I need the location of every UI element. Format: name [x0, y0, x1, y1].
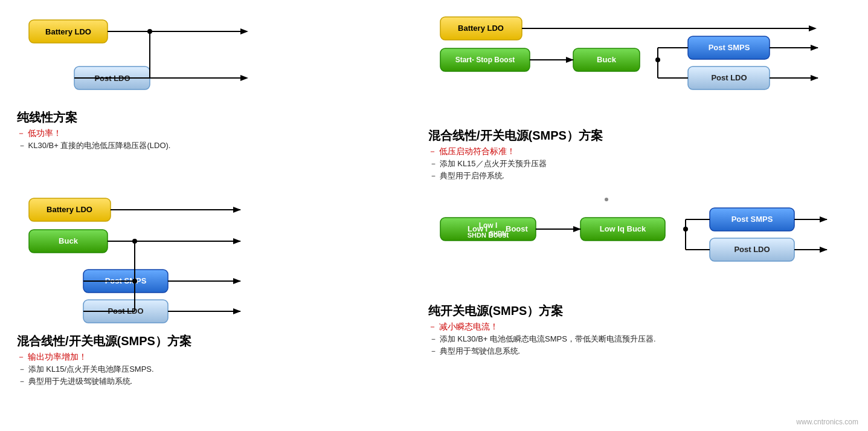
- svg-text:Post SMPS: Post SMPS: [731, 215, 773, 224]
- bullet-bl-2: － 典型用于先进级驾驶辅助系统.: [18, 376, 419, 387]
- quadrant-top-right: Battery LDO Start- Stop Boost Buck Post …: [423, 6, 856, 187]
- bullet-br-1: － 添加 KL30/B+ 电池低瞬态电流SMPS，带低关断电流预升压器.: [429, 334, 851, 345]
- svg-text:Battery LDO: Battery LDO: [458, 24, 504, 33]
- svg-marker-32: [811, 45, 818, 51]
- svg-text:Battery LDO: Battery LDO: [47, 205, 92, 214]
- svg-marker-71: [573, 226, 581, 232]
- svg-text:Post SMPS: Post SMPS: [709, 43, 750, 52]
- svg-marker-56: [233, 308, 241, 314]
- svg-marker-81: [820, 247, 828, 253]
- bullet-tl-1: － KL30/B+ 直接的电池低压降稳压器(LDO).: [18, 140, 419, 151]
- diagram-bottom-left: Battery LDO Buck Post SMPS Post LDO: [17, 192, 419, 328]
- bullet-br-0: － 减小瞬态电流！: [428, 322, 851, 332]
- svg-text:Battery LDO: Battery LDO: [45, 27, 91, 36]
- title-top-right: 混合线性/开关电源(SMPS）方案: [428, 128, 851, 144]
- quadrant-bottom-left: Battery LDO Buck Post SMPS Post LDO: [12, 187, 423, 393]
- title-top-left: 纯线性方案: [17, 109, 419, 126]
- svg-point-57: [605, 198, 608, 201]
- bullet-br-2: － 典型用于驾驶信息系统.: [429, 346, 851, 357]
- svg-marker-24: [566, 57, 574, 63]
- title-bottom-left: 混合线性/开关电源(SMPS）方案: [17, 333, 419, 349]
- bullet-tr-2: － 典型用于启停系统.: [429, 170, 851, 181]
- svg-text:Post LDO: Post LDO: [734, 245, 770, 254]
- svg-text:SHDN: SHDN: [489, 230, 506, 237]
- svg-text:Start- Stop Boost: Start- Stop Boost: [455, 56, 515, 64]
- bullet-tr-1: － 添加 KL15／点火开关预升压器: [429, 158, 851, 169]
- svg-marker-22: [809, 25, 817, 31]
- svg-marker-34: [811, 75, 818, 81]
- svg-marker-79: [820, 216, 828, 222]
- watermark: www.cntronics.com: [796, 418, 858, 426]
- svg-text:Low I: Low I: [468, 224, 487, 233]
- svg-text:Low Iq Buck: Low Iq Buck: [600, 224, 646, 233]
- bullet-bl-0: － 输出功率增加！: [17, 352, 419, 363]
- svg-point-7: [147, 29, 152, 34]
- diagram-svg-top-right: Battery LDO Start- Stop Boost Buck Post …: [428, 11, 851, 123]
- quadrant-bottom-right: Low I SHDN Boost Low I SHDN Boost Low Iq…: [423, 187, 856, 393]
- svg-marker-54: [233, 278, 241, 284]
- diagram-svg-bottom-right: Low I SHDN Boost Low I SHDN Boost Low Iq…: [428, 192, 851, 298]
- quadrant-top-left: Battery LDO Post LDO: [12, 6, 423, 187]
- diagram-svg-bottom-left: Battery LDO Buck Post SMPS Post LDO: [17, 192, 271, 328]
- diagram-top-left: Battery LDO Post LDO: [17, 11, 419, 105]
- svg-text:Buck: Buck: [59, 236, 79, 245]
- svg-text:Post LDO: Post LDO: [711, 73, 747, 82]
- diagram-top-right: Battery LDO Start- Stop Boost Buck Post …: [428, 11, 851, 123]
- diagram-bottom-right: Low I SHDN Boost Low I SHDN Boost Low Iq…: [428, 192, 851, 298]
- svg-marker-5: [240, 28, 248, 34]
- svg-line-26: [640, 48, 688, 60]
- svg-text:Buck: Buck: [597, 55, 617, 64]
- svg-marker-44: [233, 207, 241, 213]
- svg-marker-10: [240, 75, 248, 81]
- diagram-svg-top-left: Battery LDO Post LDO: [17, 11, 271, 105]
- bullet-tl-0: － 低功率！: [17, 128, 419, 139]
- svg-text:Boost: Boost: [506, 224, 529, 233]
- page-container: Battery LDO Post LDO: [0, 0, 868, 399]
- bullet-bl-1: － 添加 KL15/点火开关电池降压SMPS.: [18, 364, 419, 375]
- svg-marker-47: [233, 238, 241, 244]
- bullet-tr-0: － 低压启动符合标准！: [428, 146, 851, 157]
- title-bottom-right: 纯开关电源(SMPS）方案: [428, 303, 851, 319]
